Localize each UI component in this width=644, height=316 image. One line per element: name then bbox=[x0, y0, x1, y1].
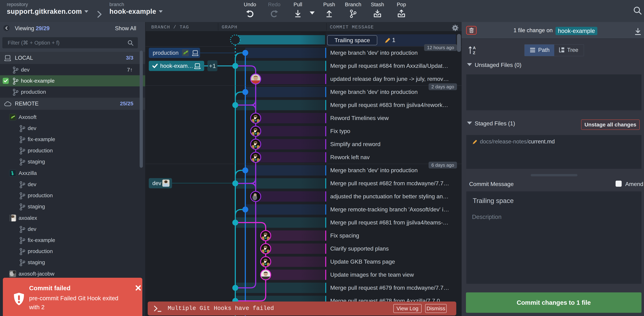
svg-text:Z: Z bbox=[473, 50, 476, 55]
svg-text:A: A bbox=[473, 46, 476, 50]
